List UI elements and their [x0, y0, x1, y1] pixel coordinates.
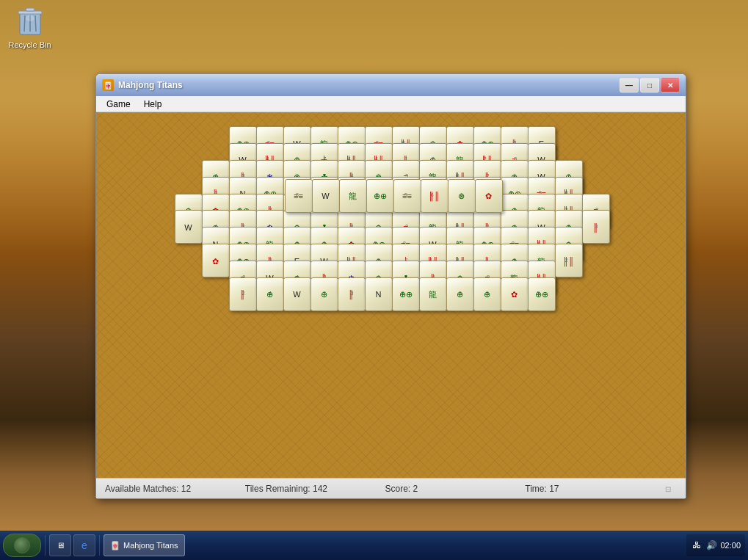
- recycle-bin-label: Recycle Bin: [6, 40, 54, 50]
- network-tray-icon[interactable]: 🖧: [691, 539, 702, 551]
- matches-display: Available Matches: 12: [105, 484, 245, 494]
- status-bar: Available Matches: 12 Tiles Remaining: 1…: [96, 478, 686, 498]
- tile[interactable]: 9 ≡≡: [393, 179, 421, 213]
- tile[interactable]: 8 ⊕⊕: [366, 179, 394, 213]
- title-bar: 🀄 Mahjong Titans — □ ✕: [96, 74, 686, 96]
- tile[interactable]: W: [175, 210, 203, 244]
- menu-help[interactable]: Help: [138, 98, 168, 111]
- system-tray: 🖧 🔊 02:00: [686, 534, 745, 556]
- game-area: 5 ⊕⊕ 8 ≡≡ W 龍 8 ⊕⊕ 9 ≡≡ 6 ║║ 1 ⊗ ✿ 6 ⊕⊕ …: [96, 112, 686, 478]
- tile[interactable]: W: [312, 179, 340, 213]
- tile[interactable]: 8 ≡≡: [285, 179, 313, 213]
- tile[interactable]: 9 ⊕: [446, 277, 474, 311]
- menu-game[interactable]: Game: [101, 98, 137, 111]
- tile[interactable]: 6 ║║: [421, 179, 449, 213]
- close-button[interactable]: ✕: [661, 78, 680, 92]
- svg-rect-1: [18, 11, 42, 14]
- score-display: Score: 2: [385, 484, 526, 494]
- taskbar-app-label: Mahjong Titans: [123, 541, 178, 550]
- tile[interactable]: 9 ⊕: [473, 277, 501, 311]
- maximize-button[interactable]: □: [640, 78, 659, 92]
- taskbar-divider-1: [45, 535, 46, 556]
- time-display: Time: 17: [525, 484, 665, 494]
- ie-icon[interactable]: e: [73, 534, 95, 556]
- tile[interactable]: 3 ║: [338, 277, 366, 311]
- tile[interactable]: 2 ║║: [555, 244, 583, 277]
- tile[interactable]: 3 ║: [582, 210, 610, 244]
- tiles-display: Tiles Remaining: 142: [245, 484, 385, 494]
- svg-rect-2: [26, 8, 35, 11]
- tile[interactable]: 2 ║: [229, 277, 257, 311]
- menu-bar: Game Help: [96, 96, 686, 112]
- taskbar-divider-2: [99, 535, 100, 556]
- tile[interactable]: ✿: [501, 277, 529, 311]
- volume-tray-icon[interactable]: 🔊: [705, 539, 717, 551]
- start-button[interactable]: [3, 534, 41, 557]
- show-desktop-btn[interactable]: 🖥: [49, 534, 71, 556]
- recycle-bin-icon: [15, 4, 45, 39]
- tile[interactable]: 1 ⊗: [448, 179, 476, 213]
- window-controls: — □ ✕: [620, 78, 680, 92]
- desktop: Recycle Bin 🀄 Mahjong Titans — □ ✕ Game: [0, 0, 748, 560]
- tile[interactable]: 龍: [339, 179, 367, 213]
- svg-line-5: [35, 15, 36, 32]
- svg-point-6: [26, 15, 35, 21]
- tile[interactable]: W: [283, 277, 311, 311]
- app-icon: 🀄: [102, 79, 114, 91]
- tile[interactable]: ✿: [202, 244, 230, 277]
- tile[interactable]: N: [365, 277, 393, 311]
- tile[interactable]: ✿: [475, 179, 503, 213]
- tile-grid: 5 ⊕⊕ 8 ≡≡ W 龍 8 ⊕⊕ 9 ≡≡ 6 ║║ 1 ⊗ ✿ 6 ⊕⊕ …: [175, 126, 608, 464]
- mahjong-window: 🀄 Mahjong Titans — □ ✕ Game Help: [95, 73, 686, 499]
- tile[interactable]: 4 ⊕: [256, 277, 284, 311]
- svg-line-3: [24, 15, 25, 32]
- tile[interactable]: 龍: [419, 277, 447, 311]
- taskbar: 🖥 e 🀄 Mahjong Titans 🖧 🔊 02:00: [0, 531, 748, 560]
- start-orb: [14, 537, 30, 553]
- recycle-bin[interactable]: Recycle Bin: [6, 4, 54, 50]
- clock: 02:00: [720, 541, 741, 550]
- tile[interactable]: 2 ⊕: [311, 277, 338, 311]
- minimize-button[interactable]: —: [620, 78, 639, 92]
- window-title: Mahjong Titans: [118, 80, 620, 90]
- tile[interactable]: 5 ⊕⊕: [528, 277, 556, 311]
- resize-grip[interactable]: ⊡: [665, 485, 677, 497]
- tile[interactable]: 8 ⊕⊕: [392, 277, 420, 311]
- taskbar-mahjong-app[interactable]: 🀄 Mahjong Titans: [104, 534, 185, 556]
